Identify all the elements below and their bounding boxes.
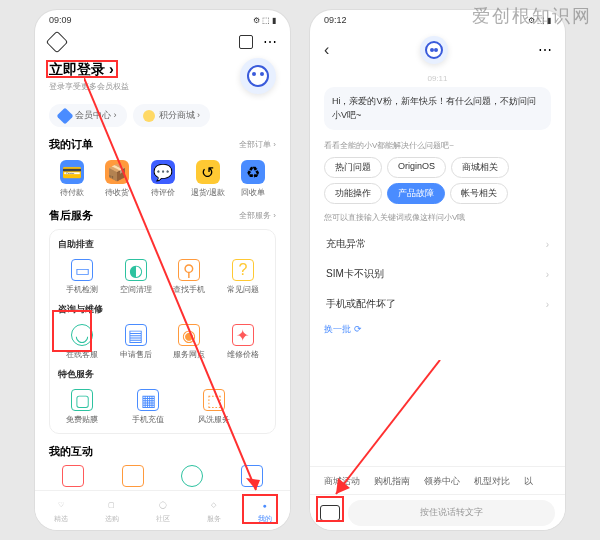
order-pending-ship[interactable]: 📦待收货 (94, 160, 139, 198)
member-center-pill[interactable]: 会员中心 › (49, 104, 127, 127)
heart-icon: ♡ (53, 497, 69, 513)
free-film[interactable]: ▢免费贴膜 (58, 389, 106, 425)
status-icons: ⚙ ⬚ ▮ (253, 16, 276, 25)
self-check-title: 自助排查 (58, 238, 267, 251)
chip-function[interactable]: 功能操作 (324, 183, 382, 204)
phone-recharge[interactable]: ▦手机充值 (124, 389, 172, 425)
tag-activity[interactable]: 商城活动 (324, 475, 360, 488)
nav-featured[interactable]: ♡精选 (53, 497, 69, 524)
coin-icon (143, 110, 155, 122)
search-icon: ⚲ (178, 259, 200, 281)
tag-compare[interactable]: 机型对比 (474, 475, 510, 488)
question-icon: ? (232, 259, 254, 281)
people-icon: ◯ (155, 497, 171, 513)
recycle-icon: ♻ (241, 160, 265, 184)
question-charge[interactable]: 充电异常› (324, 229, 551, 259)
chip-mall[interactable]: 商城相关 (451, 157, 509, 178)
avatar[interactable] (240, 58, 276, 94)
chip-originos[interactable]: OriginOS (387, 157, 446, 178)
points-mall-pill[interactable]: 积分商城 › (133, 104, 211, 127)
order-pending-pay[interactable]: 💳待付款 (49, 160, 94, 198)
question-sim[interactable]: SIM卡不识别› (324, 259, 551, 289)
interact-2[interactable] (109, 465, 157, 487)
right-phone: 09:12 ⚙ ⬚ ▮ ‹ ⋯ 09:11 Hi，亲爱的V粉，新年快乐！有什么问… (310, 10, 565, 530)
interact-3[interactable] (168, 465, 216, 487)
back-button[interactable]: ‹ (324, 41, 329, 59)
more-icon[interactable]: ⋯ (263, 34, 276, 50)
chevron-right-icon: › (546, 239, 549, 250)
phone-check[interactable]: ▭手机检测 (58, 259, 106, 295)
online-service[interactable]: ◡在线客服 (58, 324, 106, 360)
cart-icon[interactable] (239, 35, 253, 49)
chevron-right-icon: › (546, 269, 549, 280)
circle-icon (181, 465, 203, 487)
chip-fault[interactable]: 产品故障 (387, 183, 445, 204)
repair-price[interactable]: ✦维修价格 (219, 324, 267, 360)
voice-input[interactable]: 按住说话转文字 (348, 500, 555, 526)
login-button[interactable]: 立即登录 › (49, 61, 129, 79)
after-title: 售后服务 (49, 208, 93, 223)
chat-header: ‹ ⋯ (310, 30, 565, 70)
bot-avatar (420, 36, 448, 64)
status-icons: ⚙ ⬚ ▮ (528, 16, 551, 25)
space-clean[interactable]: ◐空间清理 (112, 259, 160, 295)
orders-title: 我的订单 (49, 137, 93, 152)
heart-icon (62, 465, 84, 487)
all-services-link[interactable]: 全部服务 › (239, 210, 276, 221)
service-point[interactable]: ◉服务网点 (165, 324, 213, 360)
shield-icon: ◇ (206, 497, 222, 513)
nav-shop[interactable]: ▢选购 (104, 497, 120, 524)
chevron-right-icon: › (546, 299, 549, 310)
bag-icon: ▢ (104, 497, 120, 513)
nav-community[interactable]: ◯社区 (155, 497, 171, 524)
person-icon: ● (257, 497, 273, 513)
order-refund[interactable]: ↺退货/退款 (185, 160, 230, 198)
wash-service[interactable]: ⬚风洗服务 (190, 389, 238, 425)
wash-icon: ⬚ (203, 389, 225, 411)
recharge-icon: ▦ (137, 389, 159, 411)
interact-1[interactable] (49, 465, 97, 487)
diamond-icon (57, 107, 74, 124)
nav-service[interactable]: ◇服务 (206, 497, 222, 524)
apply-after[interactable]: ▤申请售后 (112, 324, 160, 360)
status-bar: 09:09 ⚙ ⬚ ▮ (35, 10, 290, 30)
tag-coupon[interactable]: 领券中心 (424, 475, 460, 488)
interact-4[interactable] (228, 465, 276, 487)
greeting-bubble: Hi，亲爱的V粉，新年快乐！有什么问题，不妨问问小V吧~ (324, 87, 551, 130)
box-icon: 📦 (105, 160, 129, 184)
chat-icon: 💬 (151, 160, 175, 184)
more-icon[interactable]: ⋯ (538, 42, 551, 58)
wrench-icon: ✦ (232, 324, 254, 346)
special-title: 特色服务 (58, 368, 267, 381)
input-bar: 按住说话转文字 (310, 494, 565, 530)
settings-icon[interactable] (46, 31, 69, 54)
chip-hot[interactable]: 热门问题 (324, 157, 382, 178)
order-recycle[interactable]: ♻回收单 (231, 160, 276, 198)
interact-title: 我的互动 (49, 444, 93, 459)
chip-account[interactable]: 帐号相关 (450, 183, 508, 204)
star-icon (122, 465, 144, 487)
clean-icon: ◐ (125, 259, 147, 281)
consult-title: 咨询与维修 (58, 303, 267, 316)
order-pending-review[interactable]: 💬待评价 (140, 160, 185, 198)
hint-1: 看看全能的小V都能解决什么问题吧~ (324, 140, 551, 151)
tag-guide[interactable]: 购机指南 (374, 475, 410, 488)
topic-chips: 热门问题 OriginOS 商城相关 功能操作 产品故障 帐号相关 (324, 157, 551, 204)
status-time: 09:12 (324, 15, 347, 25)
bottom-nav: ♡精选 ▢选购 ◯社区 ◇服务 ●我的 (35, 490, 290, 530)
tag-more[interactable]: 以 (524, 475, 533, 488)
nav-mine[interactable]: ●我的 (257, 497, 273, 524)
keyboard-icon[interactable] (320, 505, 340, 521)
all-orders-link[interactable]: 全部订单 › (239, 139, 276, 150)
form-icon: ▤ (125, 324, 147, 346)
chat-timestamp: 09:11 (324, 74, 551, 83)
status-bar: 09:12 ⚙ ⬚ ▮ (310, 10, 565, 30)
faq[interactable]: ?常见问题 (219, 259, 267, 295)
login-subtitle: 登录享受更多会员权益 (49, 81, 129, 92)
refresh-button[interactable]: 换一批 ⟳ (324, 323, 551, 336)
quick-tags: 商城活动 购机指南 领券中心 机型对比 以 (310, 466, 565, 494)
question-broken[interactable]: 手机或配件坏了› (324, 289, 551, 319)
badge-icon (241, 465, 263, 487)
refund-icon: ↺ (196, 160, 220, 184)
find-phone[interactable]: ⚲查找手机 (165, 259, 213, 295)
